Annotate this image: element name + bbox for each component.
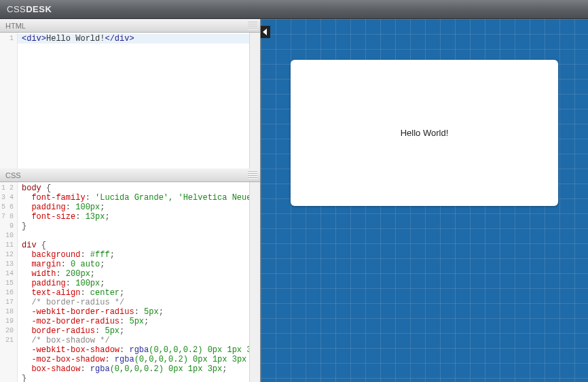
svg-marker-0 — [263, 29, 267, 35]
grip-icon[interactable] — [248, 22, 257, 30]
logo-part-css: CSS — [7, 4, 26, 14]
collapse-editors-button[interactable] — [261, 26, 270, 38]
css-code-body[interactable]: body { font-family: 'Lucida Grande', 'He… — [18, 182, 260, 382]
grip-icon[interactable] — [248, 171, 257, 179]
preview-card: Hello World! — [291, 60, 558, 206]
preview-column: Hello World! — [261, 19, 588, 382]
chevron-left-icon — [263, 29, 268, 35]
css-editor[interactable]: 1 2 3 4 5 6 7 8 9 10 11 12 13 14 15 16 1… — [0, 182, 260, 382]
vertical-scrollbar[interactable] — [249, 33, 260, 169]
html-gutter: 1 — [0, 33, 18, 169]
css-panel-title: CSS — [5, 171, 21, 179]
html-editor[interactable]: 1 <div>Hello World!</div> — [0, 33, 260, 169]
css-gutter: 1 2 3 4 5 6 7 8 9 10 11 12 13 14 15 16 1… — [0, 182, 18, 382]
editors-column: HTML 1 <div>Hello World!</div> CSS 1 2 3… — [0, 19, 261, 382]
html-code-body[interactable]: <div>Hello World!</div> — [18, 33, 260, 169]
app-header: CSSDESK — [0, 0, 588, 19]
main-layout: HTML 1 <div>Hello World!</div> CSS 1 2 3… — [0, 19, 588, 382]
html-panel-header[interactable]: HTML — [0, 19, 260, 33]
vertical-scrollbar[interactable] — [249, 182, 260, 382]
html-panel-title: HTML — [5, 22, 26, 30]
logo-part-desk: DESK — [26, 4, 52, 14]
css-panel-header[interactable]: CSS — [0, 169, 260, 182]
preview-pane[interactable]: Hello World! — [261, 19, 588, 382]
preview-text: Hello World! — [401, 128, 449, 138]
